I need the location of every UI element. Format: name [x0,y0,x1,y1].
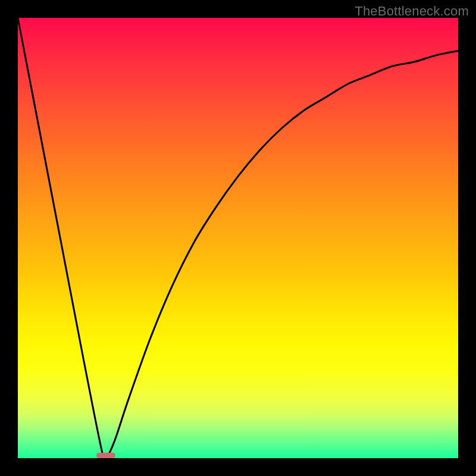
curve-path [18,18,458,461]
plot-area [18,18,458,458]
bottleneck-curve [18,18,458,458]
watermark-text: TheBottleneck.com [355,4,469,19]
optimum-marker [96,453,115,458]
chart-frame: TheBottleneck.com [0,0,476,476]
